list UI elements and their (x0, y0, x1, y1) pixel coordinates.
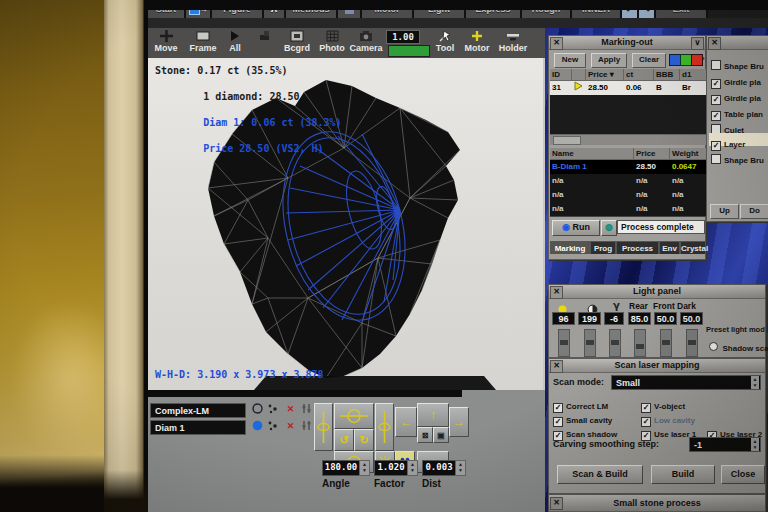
toolbar-photo[interactable]: Photo (316, 30, 348, 53)
marking-out-titlebar[interactable]: ✕ Marking-out ∨ (549, 36, 705, 50)
col-name[interactable]: Name (550, 148, 634, 160)
brightness-value[interactable]: 96 (552, 312, 575, 325)
result-row[interactable]: n/a n/a n/a (550, 202, 706, 217)
close-button[interactable]: Close (721, 465, 765, 484)
toolbar-squares[interactable] (254, 30, 276, 43)
new-button[interactable]: New (554, 53, 586, 68)
slider-mini-icon[interactable] (300, 420, 313, 433)
dots-icon[interactable] (266, 420, 279, 433)
result-row[interactable]: n/a n/a n/a (550, 188, 706, 203)
angle-spinner[interactable]: ▲▼ (359, 460, 370, 476)
refresh-icon-button[interactable]: ◍ (601, 220, 617, 236)
delete-icon[interactable]: ✕ (284, 403, 297, 416)
close-icon[interactable]: ✕ (550, 497, 563, 510)
checkbox-unchecked[interactable] (711, 60, 721, 70)
close-icon[interactable]: ✕ (550, 286, 563, 299)
col-weight[interactable]: Weight (670, 148, 706, 160)
contrast-slider[interactable] (584, 329, 596, 357)
col-bbb[interactable]: BBB (654, 69, 680, 81)
build-button[interactable]: Build (651, 465, 715, 484)
toolbar-frame[interactable]: Frame (186, 30, 220, 53)
gamma-slider[interactable] (609, 329, 621, 357)
zoom-value-field[interactable]: 1.00 (386, 30, 420, 44)
col-ct[interactable]: ct (624, 69, 654, 81)
apply-button[interactable]: Apply (591, 53, 627, 68)
chevron-down-icon[interactable]: ∨ (691, 37, 704, 50)
dots-icon[interactable] (266, 403, 279, 416)
dropdown-arrows-icon[interactable]: ▲▼ (751, 376, 759, 389)
clear-button[interactable]: Clear (632, 53, 666, 68)
toolbar-camera[interactable]: Camera (348, 30, 384, 53)
result-row[interactable]: n/a n/a n/a (550, 174, 706, 189)
contrast-value[interactable]: 199 (578, 312, 601, 325)
tab-env[interactable]: Env (659, 241, 680, 254)
front-value[interactable]: 50.0 (654, 312, 677, 325)
close-icon[interactable]: ✕ (550, 360, 563, 373)
toolbar-tool[interactable]: Tool (431, 30, 459, 53)
result-row[interactable]: B-Diam 1 28.50 0.0647 (550, 160, 706, 175)
dark-value[interactable]: 50.0 (680, 312, 703, 325)
layer-item-layer-selected[interactable]: ✓Layer (709, 133, 768, 146)
delete-icon[interactable]: ✕ (284, 420, 297, 433)
toggle-square-button[interactable]: ▣ (433, 427, 449, 443)
tab-prog[interactable]: Prog (590, 241, 616, 254)
up-button[interactable]: Up (710, 204, 739, 219)
tab-process[interactable]: Process (616, 241, 659, 254)
toolbar-move[interactable]: Move (150, 30, 182, 53)
close-icon[interactable]: ✕ (708, 37, 721, 50)
layer-item-shape-bru-2[interactable]: Shape Bru (711, 149, 764, 167)
col-id[interactable]: ID (550, 69, 572, 81)
light-panel-titlebar[interactable]: ✕ Light panel (549, 285, 765, 299)
spinner-arrows-icon[interactable]: ▲▼ (751, 438, 759, 451)
object-row-diam1[interactable]: Diam 1 (150, 420, 246, 435)
close-icon[interactable]: ✕ (550, 37, 563, 50)
gamma-value[interactable]: -6 (604, 312, 624, 325)
visibility-circle-filled-icon[interactable] (251, 420, 264, 433)
down-button[interactable]: Do (740, 204, 768, 219)
checkbox-unchecked[interactable] (711, 154, 721, 164)
layers-titlebar[interactable]: ✕ (707, 36, 768, 50)
scrollbar-thumb[interactable] (553, 136, 581, 145)
tab-marking[interactable]: Marking (550, 241, 590, 254)
small-stone-titlebar[interactable]: ✕ Small stone process (549, 495, 765, 512)
move-left-button[interactable]: ← (395, 407, 417, 437)
run-button[interactable]: ◉ Run (552, 220, 600, 236)
rotate-horizontal-axis-button[interactable] (334, 403, 374, 429)
dist-spinner[interactable]: ▲▼ (455, 460, 466, 476)
scan-and-build-button[interactable]: Scan & Build (557, 465, 643, 484)
angle-field[interactable]: 180.00 (322, 460, 360, 476)
scan-mode-dropdown[interactable]: Small ▲▼ (611, 375, 761, 390)
toolbar-motor[interactable]: Motor (461, 30, 493, 53)
dark-slider[interactable] (686, 329, 698, 357)
rotate-vertical-axis-button[interactable] (314, 403, 333, 451)
more-arrow-icon[interactable]: › (702, 54, 705, 63)
col-flag[interactable] (572, 69, 586, 81)
tab-crystal[interactable]: Crystal (680, 241, 706, 254)
toolbar-all[interactable]: All (222, 30, 248, 53)
visibility-circle-outline-icon[interactable] (251, 403, 264, 416)
rotate-ccw-button[interactable]: ↺ (334, 429, 354, 451)
rotate-cw-button[interactable]: ↻ (354, 429, 374, 451)
slider-mini-icon[interactable] (300, 403, 313, 416)
shadow-scan-radio[interactable]: Shadow scan (709, 337, 768, 355)
rear-value[interactable]: 85.0 (628, 312, 651, 325)
move-up-button[interactable]: ↑ (417, 403, 449, 427)
stone-viewport[interactable]: Stone: 0.17 ct (35.5%) 1 diamond: 28.50 … (148, 58, 545, 390)
dist-field[interactable]: 0.003 (422, 460, 456, 476)
rear-slider[interactable] (634, 329, 646, 357)
col-d1[interactable]: d1 (680, 69, 706, 81)
rotate-vertical-axis-button[interactable] (375, 403, 394, 451)
toolbar-holder[interactable]: Holder (493, 30, 533, 53)
col-price[interactable]: Price ▾ (586, 69, 624, 81)
scan-laser-titlebar[interactable]: ✕ Scan laser mapping (549, 359, 765, 373)
plan-row[interactable]: 31 28.50 0.06 B Br (550, 81, 706, 95)
move-right-button[interactable]: → (449, 407, 469, 437)
horizontal-scrollbar[interactable] (550, 134, 706, 145)
toolbar-bcgrd[interactable]: Bcgrd (280, 30, 314, 53)
brightness-slider[interactable] (558, 329, 570, 357)
front-slider[interactable] (660, 329, 672, 357)
factor-field[interactable]: 1.020 (374, 460, 408, 476)
toggle-x-button[interactable]: ⊠ (417, 427, 433, 443)
object-row-complex-lm[interactable]: Complex-LM (150, 403, 246, 418)
factor-spinner[interactable]: ▲▼ (407, 460, 418, 476)
